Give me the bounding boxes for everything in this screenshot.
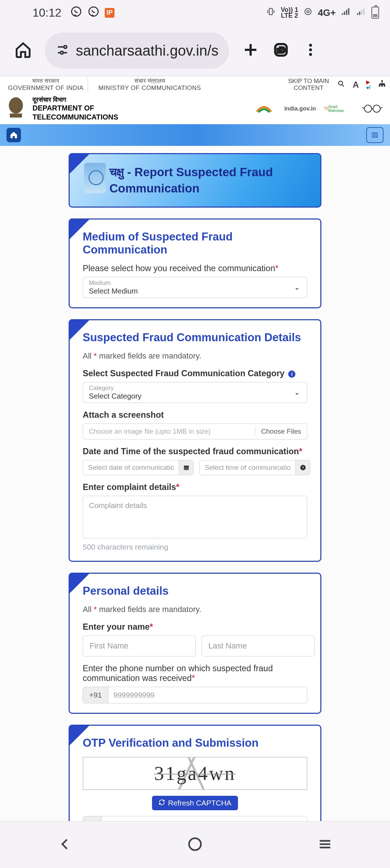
- svg-text::D: :D: [277, 45, 285, 55]
- clock-icon[interactable]: [295, 460, 310, 475]
- url-bar[interactable]: sancharsaathi.gov.in/s: [45, 32, 229, 69]
- swachh-logo-icon: [251, 100, 277, 118]
- phone-input-group[interactable]: +91: [83, 687, 307, 703]
- page-title: चक्षु - Report Suspected Fraud Communica…: [109, 164, 310, 196]
- svg-rect-15: [381, 85, 383, 87]
- date-input[interactable]: [83, 460, 194, 475]
- search-icon[interactable]: [337, 80, 345, 90]
- tabs-button[interactable]: :D: [272, 41, 290, 60]
- medium-select[interactable]: Medium Select Medium ⌄: [83, 277, 307, 298]
- choose-files-button[interactable]: Choose Files: [255, 428, 301, 435]
- network-type: 4G+: [318, 7, 336, 18]
- font-size-icon[interactable]: A: [352, 80, 359, 90]
- ministry-label: संचार मंत्रालय MINISTRY OF COMMUNICATION…: [94, 78, 205, 92]
- recents-icon[interactable]: [317, 836, 333, 854]
- medium-label: Please select how you received the commu…: [83, 264, 307, 273]
- status-bar: 10:12 IP Vo)) 1 LTE 2 4G+: [0, 0, 390, 25]
- gov-india-label: भारत सरकार GOVERNMENT OF INDIA: [4, 78, 88, 92]
- datetime-label: Date and Time of the suspected fraud com…: [83, 447, 307, 456]
- category-label: Select Suspected Fraud Communication Cat…: [83, 369, 307, 378]
- svg-rect-2: [269, 8, 273, 14]
- svg-point-1: [89, 7, 98, 16]
- page-header-card: चक्षु - Report Suspected Fraud Communica…: [69, 153, 321, 208]
- app-icon: IP: [105, 8, 114, 18]
- phone-illustration-icon: [84, 163, 106, 193]
- phone-label: Enter the phone number on which suspecte…: [83, 664, 307, 683]
- personal-details-card: Personal details All * marked fields are…: [69, 573, 321, 714]
- svg-point-17: [9, 97, 23, 114]
- svg-rect-22: [184, 466, 189, 467]
- svg-point-4: [305, 8, 311, 14]
- svg-rect-13: [381, 80, 383, 82]
- whatsapp-icon: [70, 5, 82, 20]
- svg-rect-16: [384, 85, 385, 87]
- refresh-captcha-button[interactable]: Refresh CAPTCHA: [152, 796, 238, 810]
- phone-input[interactable]: [108, 687, 307, 703]
- browser-toolbar: sancharsaathi.gov.in/s :D: [0, 25, 390, 76]
- skip-to-content-link[interactable]: SKIP TO MAIN CONTENT: [287, 78, 330, 91]
- file-input[interactable]: Choose an image file (upto 1MB in size) …: [83, 424, 307, 439]
- site-settings-icon[interactable]: [56, 43, 69, 58]
- section-title: Personal details: [83, 585, 307, 598]
- department-title: दूरसंचार विभाग DEPARTMENT OF TELECOMMUNI…: [32, 96, 118, 122]
- complaint-details-label: Enter complaint details*: [83, 482, 307, 492]
- sitemap-icon[interactable]: [378, 79, 386, 90]
- clock: 10:12: [32, 6, 61, 19]
- signal-icon: [341, 6, 351, 19]
- nav-home-icon[interactable]: [6, 128, 21, 142]
- svg-point-20: [373, 105, 380, 112]
- svg-rect-18: [10, 113, 22, 117]
- details-card: Suspected Fraud Communication Details Al…: [69, 319, 321, 562]
- back-icon[interactable]: [57, 836, 73, 854]
- volte-indicator: Vo)) 1 LTE 2: [281, 7, 298, 18]
- captcha-image: 31ga4wn: [83, 757, 307, 790]
- home-icon[interactable]: [14, 41, 32, 60]
- new-tab-icon[interactable]: [242, 41, 259, 60]
- gov-top-bar: भारत सरकार GOVERNMENT OF INDIA संचार मंत…: [0, 76, 390, 93]
- svg-rect-14: [379, 85, 380, 87]
- svg-point-0: [72, 7, 81, 16]
- signal-icon-2: [356, 6, 366, 19]
- category-select[interactable]: Category Select Category ⌄: [83, 382, 307, 403]
- mandatory-note: All * marked fields are mandatory.: [83, 605, 307, 614]
- refresh-icon: [159, 799, 165, 807]
- url-text: sancharsaathi.gov.in/s: [76, 43, 218, 59]
- calendar-icon[interactable]: [179, 460, 193, 475]
- national-emblem-icon: [5, 95, 27, 122]
- char-count: 500 characters remaining: [83, 543, 307, 551]
- svg-point-11: [309, 53, 312, 56]
- india-gov-logo[interactable]: india.gov.in: [287, 100, 313, 118]
- name-label: Enter your name*: [83, 622, 307, 632]
- svg-point-9: [309, 44, 312, 47]
- svg-point-25: [189, 838, 201, 850]
- complaint-details-input[interactable]: [83, 496, 307, 538]
- hotspot-icon: [303, 6, 313, 19]
- time-input[interactable]: [199, 460, 310, 475]
- last-name-input[interactable]: [202, 635, 315, 656]
- whatsapp-icon: [87, 5, 100, 20]
- azadi-logo-icon: 75Azadi Mahotsav: [324, 100, 349, 118]
- section-title: Suspected Fraud Communication Details: [83, 331, 307, 344]
- svg-point-6: [60, 51, 63, 54]
- info-icon[interactable]: i: [288, 370, 295, 378]
- menu-icon[interactable]: [303, 42, 318, 59]
- android-nav-bar: [0, 821, 390, 868]
- section-title: OTP Verification and Submission: [83, 737, 307, 750]
- country-code: +91: [83, 687, 108, 703]
- first-name-input[interactable]: [83, 635, 196, 656]
- home-nav-icon[interactable]: [187, 836, 203, 854]
- hamburger-icon[interactable]: [366, 127, 384, 143]
- glasses-logo-icon: [360, 100, 385, 118]
- section-title: Medium of Suspected Fraud Communication: [83, 230, 307, 256]
- screenshot-label: Attach a screenshot: [83, 410, 307, 420]
- battery-icon: [371, 6, 379, 19]
- vibrate-icon: [266, 6, 276, 19]
- medium-card: Medium of Suspected Fraud Communication …: [69, 218, 321, 308]
- svg-point-12: [339, 81, 343, 85]
- mandatory-note: All * marked fields are mandatory.: [83, 351, 307, 361]
- blue-nav-bar: [0, 124, 390, 146]
- department-bar: दूरसंचार विभाग DEPARTMENT OF TELECOMMUNI…: [0, 93, 390, 124]
- svg-point-10: [309, 48, 312, 51]
- social-icons[interactable]: ▶♥f: [366, 79, 370, 91]
- svg-point-3: [307, 10, 309, 13]
